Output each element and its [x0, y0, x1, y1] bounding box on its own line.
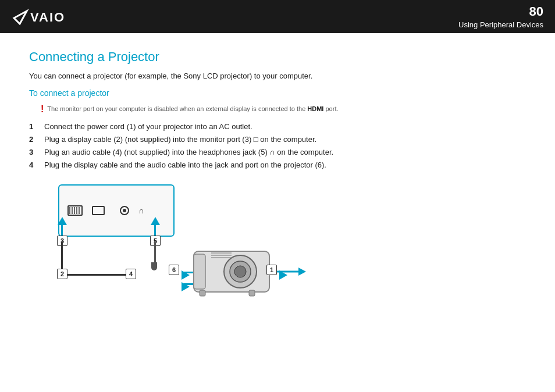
rect-port-icon [92, 206, 105, 215]
note-bold: HDMI [307, 105, 323, 112]
cable-audio-v [154, 241, 156, 263]
arrow-right-1 [279, 270, 287, 280]
note-text: The monitor port on your computer is dis… [47, 105, 338, 113]
step-4-num: 4 [29, 161, 38, 169]
vga-port-group [67, 205, 83, 216]
note-text-before: The monitor port on your computer is dis… [47, 105, 307, 112]
label-6: 6 [169, 265, 179, 275]
section-title: Using Peripheral Devices [458, 20, 543, 29]
computer-panel: ∩ [58, 184, 175, 237]
headphone-port-group: ∩ [138, 206, 144, 215]
arrow-up-3 [58, 217, 67, 225]
step-3-num: 3 [29, 148, 38, 156]
step-1: 1 Connect the power cord (1) of your pro… [29, 122, 526, 131]
svg-rect-6 [194, 254, 205, 289]
step-1-num: 1 [29, 122, 38, 131]
main-content: Connecting a Projector You can connect a… [0, 33, 555, 307]
note-text-after: port. [323, 105, 338, 112]
intro-text: You can connect a projector (for example… [29, 72, 526, 80]
vga-port-icon [67, 205, 83, 216]
sub-title: To connect a projector [29, 88, 526, 98]
svg-rect-8 [249, 290, 255, 296]
svg-marker-13 [298, 268, 306, 276]
arrow-up-5 [151, 217, 160, 225]
step-3-text: Plug an audio cable (4) (not supplied) i… [44, 148, 526, 156]
cable-vga-v [61, 241, 63, 269]
label-4: 4 [126, 269, 136, 279]
vaio-logo-svg: VAIO [12, 6, 76, 27]
svg-text:VAIO: VAIO [30, 10, 65, 24]
step-2-text: Plug a display cable (2) (not supplied) … [44, 135, 526, 144]
diagram: ∩ 3 5 2 4 6 [41, 179, 332, 295]
page-title: Connecting a Projector [29, 49, 526, 65]
headphone-port-icon: ∩ [138, 206, 144, 215]
svg-point-5 [234, 266, 246, 277]
rect-port-group [92, 206, 105, 215]
label-1: 1 [266, 265, 277, 275]
arrow-line-5 [154, 224, 156, 236]
header-right: 80 Using Peripheral Devices [458, 4, 543, 30]
header: VAIO 80 Using Peripheral Devices [0, 0, 555, 33]
arrow-line-3 [61, 224, 63, 236]
circle-port-icon [120, 206, 129, 215]
label-2: 2 [57, 269, 67, 279]
projector-svg [191, 243, 307, 307]
note-block: ! The monitor port on your computer is d… [41, 105, 526, 114]
step-2-num: 2 [29, 135, 38, 144]
step-2: 2 Plug a display cable (2) (not supplied… [29, 135, 526, 144]
svg-marker-0 [14, 11, 27, 24]
page-number: 80 [458, 4, 543, 19]
step-4-text: Plug the display cable and the audio cab… [44, 161, 526, 169]
step-3: 3 Plug an audio cable (4) (not supplied)… [29, 148, 526, 156]
circle-port-group [120, 206, 129, 215]
note-exclamation: ! [41, 105, 44, 114]
step-1-text: Connect the power cord (1) of your proje… [44, 122, 526, 131]
steps-list: 1 Connect the power cord (1) of your pro… [29, 122, 526, 169]
step-4: 4 Plug the display cable and the audio c… [29, 161, 526, 169]
cable-display-h [67, 274, 126, 276]
svg-rect-7 [200, 290, 205, 296]
audio-connector [151, 262, 157, 270]
vaio-logo: VAIO [12, 6, 76, 27]
